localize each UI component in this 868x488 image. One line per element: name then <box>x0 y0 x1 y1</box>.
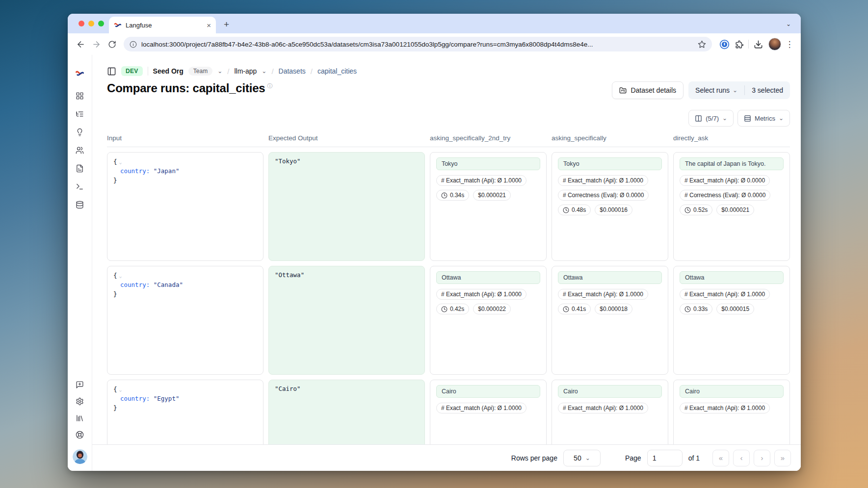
latency-badge: 0.48s <box>558 205 591 215</box>
users-icon[interactable] <box>76 146 84 154</box>
clock-icon <box>441 306 447 312</box>
dashboard-grid-icon[interactable] <box>76 92 84 100</box>
select-runs-button[interactable]: Select runs ⌄ <box>688 86 744 94</box>
langfuse-favicon <box>114 21 122 29</box>
select-runs-chevron-icon: ⌄ <box>733 87 737 94</box>
score-badge: # Correctness (Eval): Ø 0.0000 <box>558 190 649 201</box>
clock-icon <box>563 306 569 312</box>
rows-per-page-chevron-icon: ⌄ <box>585 455 590 462</box>
lightbulb-icon[interactable] <box>76 128 84 136</box>
forward-icon[interactable] <box>88 36 104 52</box>
download-icon[interactable] <box>751 37 765 51</box>
table-row: {⌄country: "Canada"}"Ottawa"Ottawa# Exac… <box>107 266 790 375</box>
expected-output-cell[interactable]: "Ottawa" <box>268 266 425 375</box>
input-cell[interactable]: {⌄country: "Japan"} <box>107 152 263 261</box>
library-icon[interactable] <box>76 414 84 422</box>
bookmark-star-icon[interactable] <box>698 40 706 49</box>
run-cell[interactable]: The capital of Japan is Tokyo.# Exact_ma… <box>673 152 790 261</box>
latency-badge: 0.42s <box>436 304 469 314</box>
new-tab-button[interactable]: + <box>224 19 229 30</box>
back-icon[interactable] <box>73 36 88 52</box>
org-chevron-down-icon[interactable]: ⌄ <box>217 68 222 75</box>
latency-badge: 0.33s <box>680 304 712 314</box>
page-number-input[interactable] <box>647 450 683 466</box>
run-cell[interactable]: Ottawa# Exact_match (Api): Ø 1.00000.33s… <box>673 266 790 375</box>
breadcrumb-datasets-link[interactable]: Datasets <box>279 67 306 75</box>
cost-badge: $0.000015 <box>716 304 754 314</box>
onepassword-extension-icon[interactable] <box>717 37 732 51</box>
tab-close-icon[interactable]: × <box>207 22 211 29</box>
browser-tab[interactable]: Langfuse × <box>109 17 216 33</box>
url-text[interactable]: localhost:3000/project/7a88fb47-b4e2-43b… <box>141 41 693 48</box>
tracing-tree-icon[interactable] <box>76 110 84 118</box>
breadcrumb-org[interactable]: Seed Org <box>153 67 184 75</box>
column-header: asking_specifically <box>552 134 668 142</box>
minimize-window-button[interactable] <box>88 21 94 26</box>
extensions-puzzle-icon[interactable] <box>732 37 746 51</box>
latency-badge: 0.41s <box>558 304 591 314</box>
breadcrumb-dataset-link[interactable]: capital_cities <box>317 67 357 75</box>
site-info-icon[interactable] <box>130 41 137 48</box>
feedback-message-icon[interactable] <box>76 381 84 389</box>
browser-menu-icon[interactable]: ⋮ <box>784 39 795 50</box>
run-cell[interactable]: Cairo# Exact_match (Api): Ø 1.0000 <box>673 380 790 444</box>
sidebar-rail <box>68 55 92 471</box>
zoom-window-button[interactable] <box>98 21 104 26</box>
reload-icon[interactable] <box>104 36 120 52</box>
cost-badge: $0.000018 <box>595 304 632 314</box>
run-cell[interactable]: Ottawa# Exact_match (Api): Ø 1.00000.42s… <box>430 266 547 375</box>
org-role-badge: Team <box>188 67 212 76</box>
browser-tab-strip: Langfuse × + ⌄ <box>68 14 801 33</box>
next-page-button[interactable]: › <box>754 450 770 466</box>
page-title: Compare runs: capital_citiesⓘ <box>107 81 272 95</box>
breadcrumb-project[interactable]: llm-app <box>234 67 257 75</box>
selected-count: 3 selected <box>745 86 790 94</box>
window-controls <box>79 21 104 26</box>
title-info-icon: ⓘ <box>267 83 273 89</box>
support-lifebuoy-icon[interactable] <box>76 431 84 439</box>
tab-search-button[interactable]: ⌄ <box>783 19 794 29</box>
dataset-details-button[interactable]: Dataset details <box>612 81 684 99</box>
expected-output-cell[interactable]: "Tokyo" <box>268 152 425 261</box>
run-cell[interactable]: Tokyo# Exact_match (Api): Ø 1.00000.34s$… <box>430 152 547 261</box>
score-badge: # Exact_match (Api): Ø 1.0000 <box>558 175 648 186</box>
browser-toolbar: localhost:3000/project/7a88fb47-b4e2-43b… <box>68 33 801 55</box>
input-cell[interactable]: {⌄country: "Egypt"} <box>107 380 263 444</box>
run-cell[interactable]: Cairo# Exact_match (Api): Ø 1.0000 <box>552 380 668 444</box>
column-header: directly_ask <box>673 134 790 142</box>
run-output: Ottawa <box>436 271 540 284</box>
columns-icon <box>695 115 702 122</box>
datasets-database-icon[interactable] <box>76 201 84 209</box>
previous-page-button[interactable]: ‹ <box>733 450 750 466</box>
run-cell[interactable]: Tokyo# Exact_match (Api): Ø 1.0000# Corr… <box>552 152 668 261</box>
main-panel: DEV Seed Org Team ⌄ / llm-app ⌄ / Datase… <box>92 55 801 471</box>
user-avatar[interactable] <box>73 449 87 464</box>
address-bar[interactable]: localhost:3000/project/7a88fb47-b4e2-43b… <box>124 37 712 51</box>
page-of-label: of 1 <box>688 454 700 462</box>
sidebar-toggle-icon[interactable] <box>107 67 116 76</box>
score-badge: # Exact_match (Api): Ø 1.0000 <box>680 403 770 413</box>
settings-gear-icon[interactable] <box>76 397 84 406</box>
playground-terminal-icon[interactable] <box>76 182 84 191</box>
project-chevron-down-icon[interactable]: ⌄ <box>262 68 266 75</box>
prompts-file-icon[interactable] <box>76 164 84 173</box>
last-page-button[interactable]: » <box>774 450 791 466</box>
browser-profile-avatar[interactable] <box>768 38 781 51</box>
latency-badge: 0.52s <box>680 205 712 215</box>
column-visibility-button[interactable]: (5/7) ⌄ <box>688 110 734 127</box>
rows-per-page-select[interactable]: 50 ⌄ <box>563 450 601 466</box>
first-page-button[interactable]: « <box>712 450 729 466</box>
close-window-button[interactable] <box>79 21 84 26</box>
clock-icon <box>441 192 447 199</box>
score-badge: # Correctness (Eval): Ø 0.0000 <box>680 190 770 201</box>
run-cell[interactable]: Cairo# Exact_match (Api): Ø 1.0000 <box>430 380 547 444</box>
run-cell[interactable]: Ottawa# Exact_match (Api): Ø 1.00000.41s… <box>552 266 668 375</box>
score-badge: # Exact_match (Api): Ø 0.0000 <box>680 175 770 186</box>
breadcrumb-slash-icon: / <box>271 67 273 76</box>
page-content: DEV Seed Org Team ⌄ / llm-app ⌄ / Datase… <box>68 55 801 471</box>
run-output: Ottawa <box>680 271 784 284</box>
langfuse-logo-icon[interactable] <box>75 69 84 78</box>
input-cell[interactable]: {⌄country: "Canada"} <box>107 266 263 375</box>
metrics-button[interactable]: Metrics ⌄ <box>737 110 790 127</box>
expected-output-cell[interactable]: "Cairo" <box>268 380 425 444</box>
